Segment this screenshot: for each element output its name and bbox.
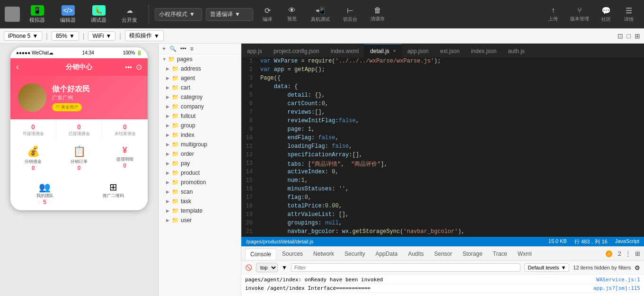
tree-template[interactable]: ▶ 📁 template xyxy=(159,206,241,215)
mode-dropdown[interactable]: 小程序模式 ▼ xyxy=(155,8,202,21)
upload-btn[interactable]: ↑ 上传 xyxy=(543,4,564,24)
feature-qrcode[interactable]: ⊞ 推广二维码 xyxy=(79,177,148,210)
editor-label: 编辑器 xyxy=(60,17,76,24)
upload-label: 上传 xyxy=(548,16,558,22)
tab-app-json[interactable]: app.json xyxy=(402,44,434,57)
feature-team[interactable]: 👥 我的团队 5 xyxy=(10,177,79,210)
phone-username: 做个好农民 xyxy=(52,84,90,94)
console-prompt-line: › xyxy=(245,293,640,296)
default-levels-label: Default levels xyxy=(528,265,559,270)
phone-time: 14:34 xyxy=(82,50,94,55)
code-line-2: 2 var app = getApp(); xyxy=(241,66,644,75)
tree-order[interactable]: ▶ 📁 order xyxy=(159,149,241,159)
company-label: company xyxy=(181,103,204,110)
cloud-btn[interactable]: ☁ 云开发 xyxy=(116,3,143,26)
tree-agent[interactable]: ▶ 📁 agent xyxy=(159,73,241,83)
phone-menu-icon[interactable]: ••• xyxy=(125,63,132,71)
phone-stats: 0 可提现佣金 0 已提现佣金 0 未结算佣金 xyxy=(10,119,148,141)
tree-company[interactable]: ▶ 📁 company xyxy=(159,102,241,111)
console-clear-icon[interactable]: 🚫 xyxy=(245,264,252,271)
zoom-selector[interactable]: 85% ▼ xyxy=(52,31,79,41)
simulator-btn[interactable]: 📱 模拟器 xyxy=(24,3,51,26)
tab-app-js[interactable]: app.js xyxy=(241,44,268,57)
devtools-tab-storage[interactable]: Storage xyxy=(458,249,487,259)
commission-icon: 💰 xyxy=(12,145,54,158)
console-context-select[interactable]: top xyxy=(256,263,278,272)
window-icon[interactable]: □ xyxy=(627,32,631,40)
tab-detail-js[interactable]: detail.js × xyxy=(364,44,402,57)
code-line-1: 1 var WxParse = require('../../../wxPars… xyxy=(241,58,644,66)
phone-search-icon[interactable]: ⊙ xyxy=(136,63,142,72)
code-area[interactable]: 1 var WxParse = require('../../../wxPars… xyxy=(241,58,644,237)
real-device-btn[interactable]: 📲 真机调试 xyxy=(306,4,335,25)
network-selector[interactable]: WiFi ▼ xyxy=(88,31,115,41)
mode-selector[interactable]: 模拟操作 ▼ xyxy=(125,30,164,41)
tree-cart[interactable]: ▶ 📁 cart xyxy=(159,83,241,92)
tab-auth-js[interactable]: auth.js xyxy=(502,44,530,57)
tree-add-btn[interactable]: + 🔍 ••• ≡ xyxy=(159,44,241,54)
device-selector[interactable]: iPhone 5 ▼ xyxy=(4,31,42,41)
code-line-8: 8 reviewInitFlag:false, xyxy=(241,117,644,126)
debugger-btn[interactable]: 🐛 调试器 xyxy=(85,3,112,26)
tab-ext-json[interactable]: ext.json xyxy=(434,44,465,57)
phone-nav-icons: ••• ⊙ xyxy=(125,63,142,72)
tree-scan[interactable]: ▶ 📁 scan xyxy=(159,187,241,197)
compile-btn[interactable]: ⟳ 编译 xyxy=(257,4,278,25)
default-levels-btn[interactable]: Default levels ▼ xyxy=(524,263,569,272)
tree-group[interactable]: ▶ 📁 group xyxy=(159,121,241,130)
expand-icon[interactable]: ⊞ xyxy=(635,32,640,40)
console-filter-input[interactable] xyxy=(291,263,521,272)
console-link-2[interactable]: app.js?[sm]:115 xyxy=(593,285,640,291)
feature-orders[interactable]: 📋 分销订单 0 xyxy=(56,141,102,176)
tree-categroy[interactable]: ▶ 📁 categroy xyxy=(159,92,241,102)
tab-project-config[interactable]: project.config.json xyxy=(268,44,325,57)
tree-pages[interactable]: ▼ 📁 pages xyxy=(159,54,241,64)
devtools-tab-sources[interactable]: Sources xyxy=(277,249,308,259)
phone-battery: 100% 🔋 xyxy=(123,50,142,55)
devtools-tab-sensor[interactable]: Sensor xyxy=(430,249,457,259)
tab-index-json[interactable]: index.json xyxy=(465,44,502,57)
devtools-dock-icon[interactable]: ⊞ xyxy=(635,250,640,257)
tree-fullcut[interactable]: ▶ 📁 fullcut xyxy=(159,111,241,121)
devtools-tab-network[interactable]: Network xyxy=(309,249,339,259)
compile-dropdown[interactable]: 普通编译 ▼ xyxy=(206,8,253,21)
tab-index-wxml[interactable]: index.wxml xyxy=(325,44,364,57)
details-btn[interactable]: ☰ 详情 xyxy=(618,4,639,25)
devtools-tab-trace[interactable]: Trace xyxy=(488,249,512,259)
scan-arrow: ▶ xyxy=(166,189,170,194)
devtools-tabs: Console Sources Network Security AppData… xyxy=(241,247,644,261)
tree-address[interactable]: ▶ 📁 address xyxy=(159,64,241,73)
tree-multigroup[interactable]: ▶ 📁 multigroup xyxy=(159,140,241,149)
tree-index[interactable]: ▶ 📁 index xyxy=(159,130,241,140)
console-link-1[interactable]: WAService.js:1 xyxy=(596,277,640,283)
editor-btn[interactable]: </> 编辑器 xyxy=(54,3,81,26)
scan-icon[interactable]: ⊡ xyxy=(618,32,623,40)
fullcut-label: fullcut xyxy=(181,113,195,119)
preview-btn[interactable]: 👁 预览 xyxy=(282,4,302,24)
tree-user[interactable]: ▶ 📁 user xyxy=(159,215,241,225)
tree-task[interactable]: ▶ 📁 task xyxy=(159,197,241,206)
qrcode-icon: ⊞ xyxy=(81,181,146,193)
tree-promotion[interactable]: ▶ 📁 promotion xyxy=(159,178,241,187)
dropdown-arrow: ▼ xyxy=(189,11,195,18)
clear-btn[interactable]: 🗑 清缓存 xyxy=(366,4,389,24)
devtools-tab-console[interactable]: Console xyxy=(245,249,276,260)
version-btn[interactable]: ⑂ 版本管理 xyxy=(565,4,594,24)
details-label: 详情 xyxy=(624,16,634,23)
devtools-more-icon[interactable]: ⋮ xyxy=(625,250,631,257)
community-btn[interactable]: 💬 社区 xyxy=(596,4,617,25)
devtools-tab-wxml[interactable]: Wxml xyxy=(513,249,537,259)
phone-back-btn[interactable]: ‹ xyxy=(16,62,19,72)
tree-product[interactable]: ▶ 📁 product xyxy=(159,168,241,178)
cut-btn[interactable]: ⊢ 切后台 xyxy=(338,4,362,25)
code-line-16: 16 minusStatuses: '', xyxy=(241,186,644,194)
tree-pay[interactable]: ▶ 📁 pay xyxy=(159,159,241,168)
settings-icon[interactable]: ⚙ xyxy=(635,264,640,271)
feature-commission[interactable]: 💰 分销佣金 0 xyxy=(10,141,56,176)
devtools-tab-security[interactable]: Security xyxy=(340,249,370,259)
feature-withdraw[interactable]: ¥ 提现明细 0 xyxy=(102,141,148,176)
devtools-tab-audits[interactable]: Audits xyxy=(403,249,428,259)
tab-close-detail[interactable]: × xyxy=(393,48,396,54)
cloud-label: 云开发 xyxy=(122,17,137,24)
devtools-tab-appdata[interactable]: AppData xyxy=(371,249,402,259)
